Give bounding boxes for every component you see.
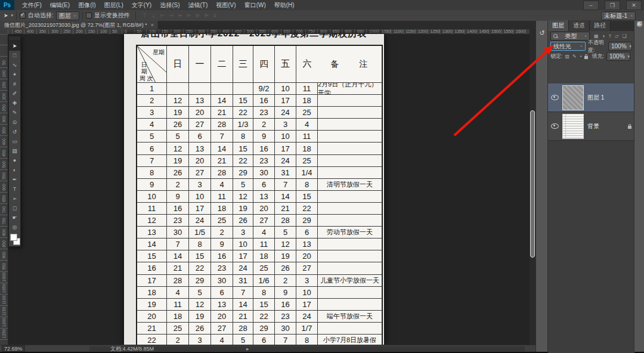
calendar-cell: 11 (296, 83, 318, 95)
gradient-tool[interactable]: ▧ (9, 146, 20, 156)
move-tool[interactable]: ➤ (9, 41, 20, 51)
lock-option-icon[interactable]: ▨ (565, 54, 570, 59)
history-brush-tool[interactable]: ↺ (9, 127, 20, 137)
calendar-cell: 19 (167, 107, 189, 119)
menu-item[interactable]: 编辑(E) (46, 0, 74, 10)
tool-preset-arrow-icon[interactable]: ▾ (11, 13, 14, 18)
menu-item[interactable]: 帮助(H) (270, 0, 299, 10)
path-selection-tool[interactable]: ➢ (9, 194, 20, 203)
menu-item[interactable]: 滤镜(T) (184, 0, 212, 10)
lock-option-icon[interactable]: ✎ (572, 54, 577, 59)
week-number-cell: 16 (137, 262, 167, 274)
zoom-tool[interactable]: ◎ (9, 222, 20, 232)
lock-option-icon[interactable]: + (580, 54, 583, 59)
tab-channels[interactable]: 通道 (569, 20, 590, 31)
tools-panel-header[interactable] (9, 36, 20, 41)
eyedropper-tool[interactable]: ✐ (9, 89, 20, 98)
align-icon[interactable]: ⊢ (160, 13, 165, 18)
calendar-cell: 15 (296, 191, 318, 203)
crop-tool[interactable]: # (9, 79, 20, 89)
calendar-cell: 10 (275, 131, 296, 143)
blend-mode-dropdown[interactable]: 线性光 ÷ (550, 42, 586, 51)
align-icon[interactable]: ⊥ (151, 13, 156, 18)
auto-select-target-dropdown[interactable]: 图层÷ (56, 11, 79, 20)
blur-tool[interactable]: ● (9, 156, 20, 165)
menu-item[interactable]: 图像(I) (74, 0, 100, 10)
filter-type-dropdown[interactable]: 类型 ÷ (550, 32, 590, 41)
calendar-cell: 26 (233, 215, 253, 227)
align-icon[interactable]: ⊣ (169, 13, 174, 18)
eraser-tool[interactable]: ▭ (9, 137, 20, 146)
scrollbar-thumb[interactable] (530, 110, 535, 258)
show-transform-checkbox[interactable] (86, 13, 92, 18)
calendar-cell: 29 (233, 167, 253, 179)
menu-item[interactable]: 视图(V) (212, 0, 240, 10)
fill-dropdown[interactable]: 100% ▾ (606, 52, 630, 61)
pen-tool[interactable]: ✒ (9, 175, 20, 184)
align-icon[interactable]: ⊤ (143, 13, 147, 18)
filter-kind-icon[interactable]: ▱ (615, 33, 618, 39)
workspace-dropdown[interactable]: 未标题-1÷ (601, 11, 636, 20)
lock-all-icon[interactable] (584, 56, 588, 59)
calendar-cell: 28 (211, 167, 233, 179)
brush-tool[interactable]: ✎ (9, 108, 20, 117)
dodge-tool[interactable]: ◐ (9, 165, 20, 175)
healing-brush-tool[interactable]: ✚ (9, 98, 20, 108)
layer-row-background[interactable]: 背景 (548, 112, 634, 141)
calendar-cell: 3 (233, 227, 253, 239)
hand-tool[interactable]: ☛ (9, 213, 20, 222)
clone-stamp-tool[interactable]: ⊙ (9, 117, 20, 127)
calendar-cell: 25 (211, 215, 233, 227)
calendar-week-row: 19 11 12 13 14 15 16 17 (137, 299, 382, 311)
actions-panel-icon[interactable]: ▶ (634, 21, 644, 27)
layer-row-layer-1[interactable]: 图层 1 (548, 83, 634, 112)
menu-item[interactable]: 选择(S) (156, 0, 184, 10)
align-icon[interactable]: ⊨ (178, 13, 182, 18)
tab-close-icon[interactable]: × (151, 22, 154, 28)
tab-paths[interactable]: 路径 (590, 20, 611, 31)
visibility-eye-icon[interactable] (551, 123, 559, 129)
ruler-label: 750 (1, 218, 7, 225)
ruler-label: 150 (1, 82, 7, 89)
foreground-color-swatch[interactable] (10, 234, 17, 241)
remark-cell (318, 143, 382, 154)
calendar-cell: 15 (233, 143, 253, 154)
lasso-tool[interactable]: ∿ (9, 60, 20, 70)
filter-kind-icon[interactable]: T (608, 33, 611, 39)
calendar-cell: 11 (211, 191, 233, 203)
filter-kind-icon[interactable]: ❏ (622, 33, 626, 39)
layer-thumbnail[interactable] (562, 85, 584, 110)
menu-item[interactable]: 窗口(W) (240, 0, 270, 10)
ruler-label: 850 (333, 29, 340, 34)
magic-wand-tool[interactable]: ✦ (9, 70, 20, 79)
calendar-cell: 27 (189, 167, 211, 179)
calendar-cell: 23 (253, 107, 275, 119)
menu-item[interactable]: 文字(Y) (128, 0, 156, 10)
opacity-dropdown[interactable]: 100% ▾ (608, 42, 632, 51)
calendar-cell: 18 (296, 95, 318, 107)
calendar-cell: 13 (189, 95, 211, 107)
status-flyout-arrow-icon[interactable]: ▸ (246, 346, 249, 352)
close-button[interactable]: ✕ (626, 1, 642, 10)
menu-item[interactable]: 文件(F) (18, 0, 46, 10)
restore-button[interactable]: ❐ (605, 1, 620, 10)
align-icon[interactable]: ⊫ (205, 13, 209, 18)
tab-layers[interactable]: 图层 (548, 20, 569, 31)
calendar-cell: 9 (275, 287, 296, 299)
calendar-cell: 7 (233, 287, 253, 299)
week-number-cell: 17 (137, 275, 167, 287)
marquee-tool[interactable]: □ (9, 51, 20, 60)
align-icon[interactable]: ≡ (213, 13, 216, 18)
remark-cell (318, 262, 382, 274)
type-tool[interactable]: T (9, 184, 20, 194)
document-tab[interactable]: 微信图片_20230215073030.jpg @ 72.7%(图层 1, RG… (0, 21, 159, 29)
minimize-button[interactable]: ‒ (583, 1, 599, 10)
align-icon[interactable]: ⊪ (196, 13, 200, 18)
shape-tool[interactable]: ◻ (9, 203, 20, 213)
visibility-eye-icon[interactable] (551, 95, 559, 100)
layer-thumbnail[interactable] (562, 114, 584, 139)
align-icon[interactable]: ⊩ (187, 13, 191, 18)
auto-select-checkbox[interactable] (20, 13, 26, 18)
menu-item[interactable]: 图层(L) (100, 0, 128, 10)
history-panel-icon[interactable]: ↺ (536, 29, 548, 37)
